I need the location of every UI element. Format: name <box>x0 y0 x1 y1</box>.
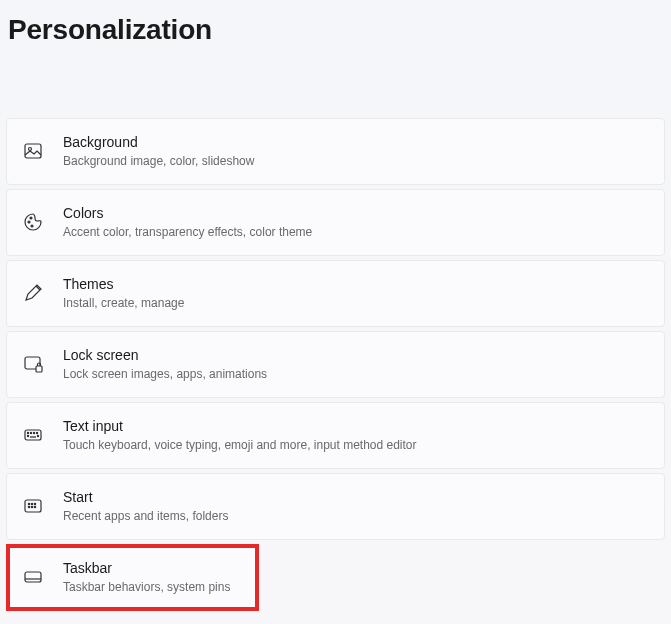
pen-icon <box>23 283 43 303</box>
palette-icon <box>23 212 43 232</box>
item-title: Text input <box>63 417 417 435</box>
item-subtitle: Recent apps and items, folders <box>63 508 228 525</box>
svg-point-12 <box>36 433 37 434</box>
svg-point-13 <box>27 436 28 437</box>
item-subtitle: Lock screen images, apps, animations <box>63 366 267 383</box>
item-text: Text input Touch keyboard, voice typing,… <box>63 417 417 454</box>
svg-rect-16 <box>25 500 41 512</box>
item-title: Start <box>63 488 228 506</box>
item-title: Taskbar <box>63 559 230 577</box>
item-subtitle: Background image, color, slideshow <box>63 153 254 170</box>
settings-item-start[interactable]: Start Recent apps and items, folders <box>6 473 665 540</box>
page-title: Personalization <box>0 0 671 46</box>
item-title: Background <box>63 133 254 151</box>
item-text: Taskbar Taskbar behaviors, system pins <box>63 559 230 596</box>
svg-point-22 <box>34 507 35 508</box>
item-title: Lock screen <box>63 346 267 364</box>
settings-list: Background Background image, color, slid… <box>0 118 671 611</box>
svg-point-11 <box>33 433 34 434</box>
item-subtitle: Touch keyboard, voice typing, emoji and … <box>63 437 417 454</box>
keyboard-icon <box>23 425 43 445</box>
settings-item-taskbar[interactable]: Taskbar Taskbar behaviors, system pins <box>6 544 259 611</box>
item-text: Start Recent apps and items, folders <box>63 488 228 525</box>
item-subtitle: Install, create, manage <box>63 295 184 312</box>
taskbar-icon <box>23 567 43 587</box>
svg-point-3 <box>30 217 32 219</box>
svg-rect-0 <box>25 144 41 158</box>
svg-point-21 <box>31 507 32 508</box>
svg-point-10 <box>30 433 31 434</box>
settings-item-background[interactable]: Background Background image, color, slid… <box>6 118 665 185</box>
svg-point-18 <box>31 504 32 505</box>
item-title: Colors <box>63 204 312 222</box>
start-icon <box>23 496 43 516</box>
svg-point-9 <box>27 433 28 434</box>
settings-item-textinput[interactable]: Text input Touch keyboard, voice typing,… <box>6 402 665 469</box>
svg-rect-23 <box>25 572 41 582</box>
svg-rect-7 <box>36 366 42 372</box>
settings-item-lockscreen[interactable]: Lock screen Lock screen images, apps, an… <box>6 331 665 398</box>
svg-point-20 <box>28 507 29 508</box>
svg-point-19 <box>34 504 35 505</box>
item-text: Themes Install, create, manage <box>63 275 184 312</box>
svg-point-4 <box>31 225 33 227</box>
item-text: Lock screen Lock screen images, apps, an… <box>63 346 267 383</box>
settings-item-colors[interactable]: Colors Accent color, transparency effect… <box>6 189 665 256</box>
item-text: Background Background image, color, slid… <box>63 133 254 170</box>
picture-icon <box>23 141 43 161</box>
item-subtitle: Taskbar behaviors, system pins <box>63 579 230 596</box>
item-subtitle: Accent color, transparency effects, colo… <box>63 224 312 241</box>
lockscreen-icon <box>23 354 43 374</box>
svg-point-17 <box>28 504 29 505</box>
svg-point-2 <box>28 221 30 223</box>
settings-item-themes[interactable]: Themes Install, create, manage <box>6 260 665 327</box>
svg-point-15 <box>37 436 38 437</box>
item-text: Colors Accent color, transparency effect… <box>63 204 312 241</box>
svg-point-1 <box>29 148 32 151</box>
item-title: Themes <box>63 275 184 293</box>
